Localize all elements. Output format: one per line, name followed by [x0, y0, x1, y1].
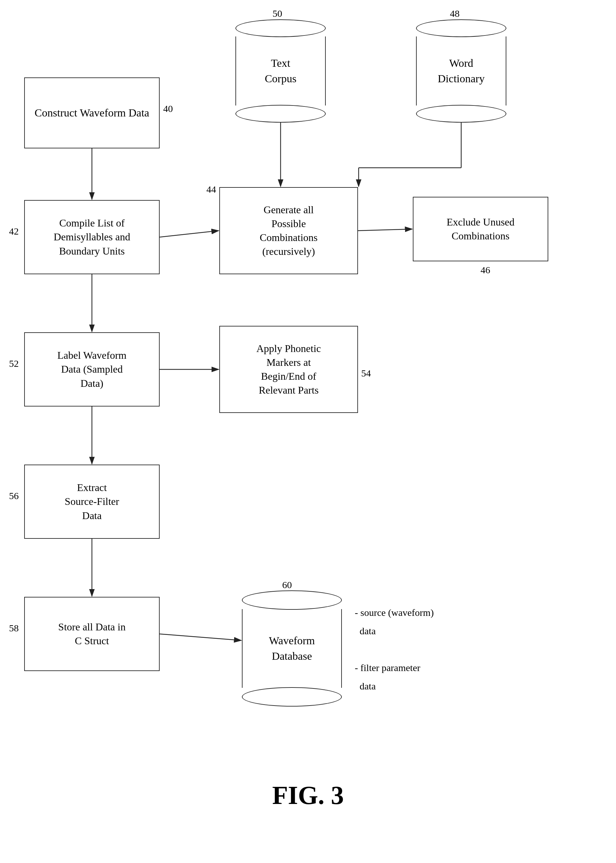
label-42: 42: [9, 226, 19, 237]
word-dictionary-label: WordDictionary: [438, 55, 484, 86]
db-list: - source (waveform) data - filter parame…: [355, 603, 434, 695]
store-data-box: Store all Data inC Struct: [24, 597, 160, 671]
label-52: 52: [9, 358, 19, 369]
svg-line-3: [358, 229, 412, 231]
label-50: 50: [272, 8, 282, 19]
construct-waveform-label: Construct Waveform Data: [35, 105, 149, 120]
extract-source-label: ExtractSource-FilterData: [65, 481, 119, 523]
fig-caption-text: FIG. 3: [272, 781, 344, 810]
apply-phonetic-box: Apply PhoneticMarkers atBegin/End ofRele…: [219, 326, 358, 413]
label-56: 56: [9, 490, 19, 501]
generate-combinations-label: Generate allPossibleCombinations(recursi…: [259, 203, 318, 259]
text-corpus-cylinder: TextCorpus: [236, 19, 326, 123]
compile-list-label: Compile List ofDemisyllables andBoundary…: [53, 216, 130, 258]
label-46: 46: [481, 264, 490, 275]
label-44: 44: [206, 184, 216, 195]
figure-caption: FIG. 3: [0, 781, 616, 787]
waveform-database-label: WaveformDatabase: [269, 633, 315, 663]
label-60: 60: [282, 579, 292, 590]
db-list-item-2: - filter parameter data: [355, 662, 420, 692]
exclude-unused-box: Exclude UnusedCombinations: [413, 197, 548, 261]
label-54: 54: [361, 368, 371, 379]
exclude-unused-label: Exclude UnusedCombinations: [447, 215, 515, 243]
generate-combinations-box: Generate allPossibleCombinations(recursi…: [219, 187, 358, 274]
label-waveform-label: Label WaveformData (SampledData): [57, 349, 127, 390]
label-40: 40: [163, 103, 173, 114]
extract-source-box: ExtractSource-FilterData: [24, 465, 160, 539]
waveform-database-cylinder: WaveformDatabase: [242, 590, 342, 707]
label-58: 58: [9, 622, 19, 633]
construct-waveform-box: Construct Waveform Data: [24, 77, 160, 148]
label-waveform-box: Label WaveformData (SampledData): [24, 332, 160, 407]
apply-phonetic-label: Apply PhoneticMarkers atBegin/End ofRele…: [256, 342, 321, 398]
label-48: 48: [450, 8, 460, 19]
text-corpus-label: TextCorpus: [265, 55, 296, 86]
svg-line-12: [160, 634, 241, 640]
word-dictionary-cylinder: WordDictionary: [416, 19, 506, 123]
diagram-container: Construct Waveform Data 40 Compile List …: [0, 0, 616, 806]
db-list-item-1: - source (waveform) data: [355, 607, 434, 636]
compile-list-box: Compile List ofDemisyllables andBoundary…: [24, 200, 160, 274]
svg-line-2: [160, 231, 218, 237]
store-data-label: Store all Data inC Struct: [58, 620, 126, 648]
